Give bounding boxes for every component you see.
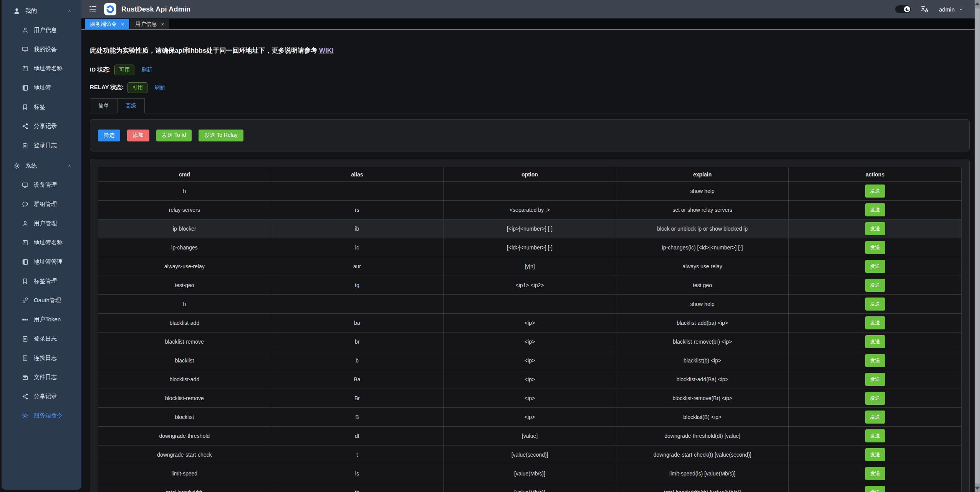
vertical-scrollbar[interactable]: [975, 0, 980, 492]
menu-fold-icon[interactable]: [88, 5, 98, 14]
view-tab-advanced[interactable]: 高级: [118, 98, 145, 113]
cell-option: [444, 182, 616, 201]
theme-toggle[interactable]: [895, 5, 911, 13]
cell-cmd: blocklist: [98, 408, 271, 427]
page-tab-user-info[interactable]: 用户信息 ×: [130, 19, 169, 29]
bookmark-icon: [22, 278, 29, 285]
send-button[interactable]: 发送: [865, 184, 885, 198]
sidebar-item-user-token[interactable]: 用户Token: [2, 310, 81, 329]
sidebar-item-address-book-names[interactable]: 地址簿名称: [2, 59, 81, 78]
sidebar-item-user-management[interactable]: 用户管理: [2, 214, 81, 233]
sidebar-item-label: 标签: [34, 103, 45, 111]
token-icon: [22, 316, 29, 323]
table-row: blocklist-remove Br <ip> blocklist-remov…: [98, 389, 962, 408]
translate-icon[interactable]: [920, 5, 930, 14]
page-tab-server-commands[interactable]: 服务端命令 ×: [85, 19, 129, 29]
view-tab-label: 简单: [98, 103, 109, 109]
gear-icon: [22, 412, 29, 419]
cell-cmd: ip-blocker: [98, 219, 271, 238]
sidebar-item-address-book[interactable]: 地址簿: [2, 78, 81, 97]
send-button[interactable]: 发送: [865, 354, 885, 367]
send-button[interactable]: 发送: [865, 448, 885, 461]
toolbar-button-filter[interactable]: 筛选: [98, 130, 120, 141]
scroll-up-arrow-icon[interactable]: [975, 2, 980, 5]
sidebar-item-address-book-management[interactable]: 地址簿管理: [2, 252, 81, 271]
chevron-down-icon: [958, 7, 964, 12]
close-icon[interactable]: ×: [161, 21, 164, 27]
relay-status-badge: 可用: [127, 82, 147, 93]
toolbar-button-send-to-relay[interactable]: 发送 To Relay: [199, 130, 243, 141]
send-button[interactable]: 发送: [865, 335, 885, 348]
cell-explain: set or show relay servers: [616, 201, 789, 219]
sidebar-item-user-info[interactable]: 用户信息: [2, 20, 81, 40]
toolbar-button-add[interactable]: 添加: [127, 130, 149, 141]
sidebar-item-oauth-management[interactable]: Oauth管理: [2, 291, 81, 310]
wiki-link[interactable]: WIKI: [319, 47, 334, 54]
view-tab-simple[interactable]: 简单: [90, 98, 118, 113]
send-button[interactable]: 发送: [865, 429, 885, 442]
sidebar-item-label: 登录日志: [34, 142, 57, 149]
send-button[interactable]: 发送: [865, 316, 885, 329]
close-icon[interactable]: ×: [121, 21, 124, 27]
send-button[interactable]: 发送: [865, 467, 885, 480]
cell-actions: 发送: [789, 201, 962, 219]
relay-status-line: RELAY 状态: 可用 刷新: [90, 82, 970, 93]
toolbar-button-label: 发送 To Id: [162, 132, 186, 138]
sidebar-item-my-devices[interactable]: 我的设备: [2, 40, 81, 59]
cell-actions: 发送: [789, 351, 962, 370]
sidebar-item-login-logs-admin[interactable]: 登录日志: [2, 329, 81, 348]
sidebar-item-label: 群组管理: [34, 201, 57, 208]
sidebar-item-tags[interactable]: 标签: [2, 97, 81, 116]
sidebar-item-share-records[interactable]: 分享记录: [2, 116, 81, 136]
sidebar-item-label: 设备管理: [34, 181, 57, 189]
cell-option: [444, 295, 616, 314]
scroll-down-arrow-icon[interactable]: [975, 487, 980, 490]
sidebar-group-system[interactable]: 系统: [2, 156, 81, 175]
send-button[interactable]: 发送: [865, 241, 885, 254]
send-button[interactable]: 发送: [865, 279, 885, 292]
send-button[interactable]: 发送: [865, 486, 885, 492]
scrollbar-thumb[interactable]: [975, 8, 980, 484]
cell-option: [<id>|<number>] [-]: [444, 238, 616, 257]
sidebar-item-group-management[interactable]: 群组管理: [2, 194, 81, 214]
send-button[interactable]: 发送: [865, 411, 885, 424]
person-icon: [22, 220, 29, 227]
cell-alias: t: [271, 445, 444, 464]
table-row: ip-blocker ib [<ip>|<number>] [-] block …: [98, 219, 962, 238]
sidebar-item-login-logs[interactable]: 登录日志: [2, 136, 81, 155]
cell-cmd: blocklist-add: [98, 370, 271, 389]
book-icon: [22, 65, 29, 72]
sidebar-item-address-book-names-admin[interactable]: 地址簿名称: [2, 233, 81, 252]
cell-actions: 发送: [789, 389, 962, 408]
sidebar-group-label: 我的: [25, 7, 37, 15]
sidebar-item-tag-management[interactable]: 标签管理: [2, 271, 81, 291]
main-content: 此处功能为实验性质，请确保api和hbbs处于同一回环地址下，更多说明请参考 W…: [81, 30, 975, 492]
table-row: relay-servers rs <separated by ,> set or…: [98, 201, 962, 219]
page-tab-label: 用户信息: [135, 21, 157, 28]
send-button[interactable]: 发送: [865, 392, 885, 405]
sidebar-item-label: 地址簿: [34, 84, 51, 91]
user-name: admin: [939, 6, 955, 13]
cell-option: <ip>: [444, 351, 616, 370]
send-button[interactable]: 发送: [865, 222, 885, 235]
id-refresh-link[interactable]: 刷新: [141, 66, 152, 73]
share-icon: [22, 123, 29, 130]
sidebar-item-share-records-admin[interactable]: 分享记录: [2, 387, 81, 406]
sidebar-item-device-management[interactable]: 设备管理: [2, 175, 81, 194]
sidebar-item-server-commands[interactable]: 服务端命令: [2, 406, 81, 425]
send-button[interactable]: 发送: [865, 298, 885, 311]
view-tab-label: 高级: [126, 103, 136, 109]
send-button[interactable]: 发送: [865, 373, 885, 386]
sidebar-item-label: 地址簿名称: [34, 239, 63, 246]
send-button[interactable]: 发送: [865, 203, 885, 216]
sidebar-item-file-logs[interactable]: 文件日志: [2, 367, 81, 387]
table-row: test-geo tg <ip1> <ip2> test geo 发送: [98, 276, 962, 295]
relay-refresh-link[interactable]: 刷新: [154, 84, 165, 91]
sidebar-item-connection-logs[interactable]: 连接日志: [2, 348, 81, 367]
toolbar-button-send-to-id[interactable]: 发送 To Id: [156, 130, 192, 141]
send-button[interactable]: 发送: [865, 260, 885, 273]
monitor-icon: [22, 181, 29, 189]
user-menu[interactable]: admin: [939, 6, 964, 13]
sidebar-group-mine[interactable]: 我的: [2, 1, 81, 20]
page-tabstrip: 服务端命令 × 用户信息 ×: [81, 18, 975, 30]
